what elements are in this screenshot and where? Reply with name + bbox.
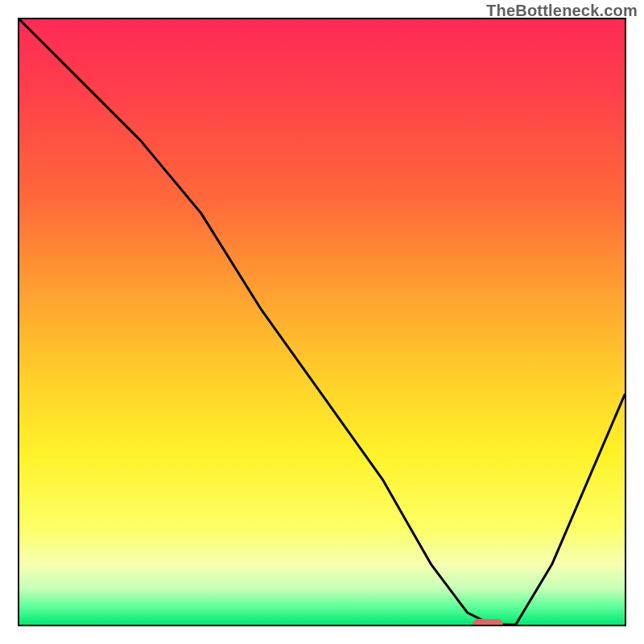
optimum-marker <box>473 619 503 626</box>
plot-area <box>18 18 626 626</box>
bottleneck-chart: TheBottleneck.com <box>0 0 644 644</box>
bottleneck-curve-path <box>19 19 625 625</box>
curve-layer <box>19 19 625 625</box>
